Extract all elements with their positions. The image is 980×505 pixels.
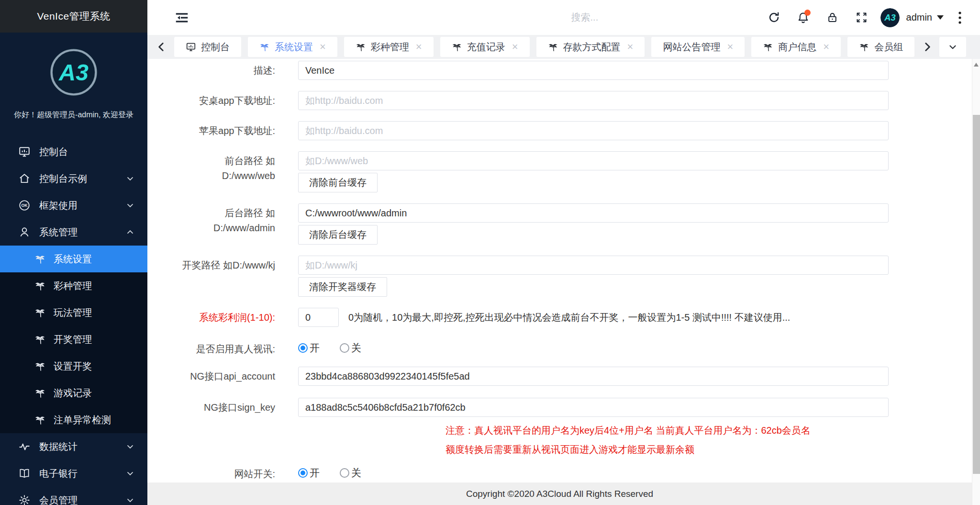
site-switch-off-radio[interactable]: 关 [340, 466, 361, 480]
tabbar: 控制台 系统设置 × 彩种管理 × 充值记录 × 存款方式配置 × 网站公告管理… [147, 35, 980, 59]
tree-icon [356, 42, 366, 52]
refresh-icon[interactable] [768, 11, 780, 24]
sidebar-item-label: 系统设置 [54, 253, 135, 266]
svg-text:A3: A3 [58, 59, 89, 85]
warning-note: 额度转换后需要重新从视讯页面进入游戏才能显示最新余额 [445, 440, 972, 459]
clear-admin-cache-button[interactable]: 清除后台缓存 [298, 225, 378, 245]
lock-icon[interactable] [826, 11, 839, 24]
scrollbar-thumb[interactable] [973, 115, 980, 474]
ok-circle-icon: OK [18, 199, 31, 212]
caret-down-icon [937, 15, 944, 20]
app-title: VenIce管理系统 [0, 0, 147, 33]
form-row: 后台路径 如D:/www/admin 清除后台缓存 [147, 203, 972, 245]
sidebar: VenIce管理系统 A3 你好！超级管理员-admin, 欢迎登录 控制台 控… [0, 0, 147, 505]
sidebar-item-draw-settings[interactable]: 设置开奖 [0, 353, 147, 380]
more-options-icon[interactable] [958, 11, 962, 24]
clear-draw-cache-button[interactable]: 清除开奖器缓存 [298, 277, 387, 297]
field-label: 苹果app下载地址: [172, 121, 275, 140]
tab-deposit-config[interactable]: 存款方式配置 × [536, 37, 645, 57]
tab-system-settings[interactable]: 系统设置 × [248, 37, 337, 57]
tree-icon [452, 42, 462, 52]
radio-checked-icon [298, 468, 308, 478]
clear-front-cache-button[interactable]: 清除前台缓存 [298, 173, 378, 192]
ng-sign-key-input[interactable] [298, 398, 889, 417]
tab-recharge-records[interactable]: 充值记录 × [440, 37, 530, 57]
field-label: NG接口sign_key [172, 398, 275, 417]
collapse-sidebar-icon[interactable] [174, 10, 189, 25]
sidebar-item-statistics[interactable]: 数据统计 [0, 433, 147, 460]
sidebar-item-label: 系统管理 [39, 226, 125, 239]
tree-icon [763, 42, 773, 52]
sidebar-item-draw-admin[interactable]: 开奖管理 [0, 326, 147, 353]
scrollbar-up-arrow-icon[interactable] [974, 63, 979, 67]
sidebar-item-framework[interactable]: OK 框架使用 [0, 192, 147, 219]
sidebar-item-label: 电子银行 [39, 467, 125, 480]
close-icon[interactable]: × [627, 42, 634, 52]
close-icon[interactable]: × [416, 42, 422, 52]
close-icon[interactable]: × [512, 42, 518, 52]
radio-unchecked-icon [340, 343, 349, 353]
dashboard-icon [18, 146, 31, 158]
tab-member-group[interactable]: 会员组 [847, 37, 914, 57]
sidebar-item-abnormal-bet-check[interactable]: 注单异常检测 [0, 406, 147, 433]
field-label: 开奖路径 如D:/www/kj [172, 256, 275, 297]
user-menu[interactable]: admin [906, 12, 944, 23]
tab-merchant-info[interactable]: 商户信息 × [751, 37, 841, 57]
sidebar-item-label: 彩种管理 [54, 280, 135, 292]
tab-label: 系统设置 [275, 41, 313, 54]
tab-label: 充值记录 [467, 41, 505, 54]
chevron-down-icon [125, 442, 135, 451]
description-input[interactable] [298, 61, 889, 80]
greeting-text: 你好！超级管理员-admin, 欢迎登录 [0, 110, 147, 120]
ng-api-account-input[interactable] [298, 367, 889, 386]
sidebar-item-member-admin[interactable]: 会员管理 [0, 487, 147, 505]
app-logo: A3 [0, 47, 147, 98]
search-input[interactable] [571, 12, 691, 23]
radio-unchecked-icon [340, 468, 349, 478]
site-switch-on-radio[interactable]: 开 [298, 466, 320, 480]
tree-icon [548, 42, 558, 52]
field-label: 描述: [172, 61, 275, 80]
form-row: 开奖路径 如D:/www/kj 清除开奖器缓存 [147, 256, 972, 297]
sidebar-item-label: 游戏记录 [54, 387, 135, 400]
form-row: 安桌app下载地址: [147, 91, 972, 110]
sidebar-item-play-admin[interactable]: 玩法管理 [0, 299, 147, 326]
android-app-url-input[interactable] [298, 91, 889, 110]
svg-text:A3: A3 [884, 12, 895, 22]
sidebar-item-ebank[interactable]: 电子银行 [0, 460, 147, 487]
close-icon[interactable]: × [320, 42, 326, 52]
sidebar-item-label: 开奖管理 [54, 333, 135, 346]
tabs-dropdown[interactable] [939, 37, 966, 57]
tab-site-announcement[interactable]: 网站公告管理 × [651, 37, 745, 57]
form-row: 系统彩利润(1-10): 0为随机，10为最大,即控死,控死出现必中情况会造成前… [147, 308, 972, 327]
system-profit-input[interactable] [298, 308, 339, 327]
sidebar-item-game-records[interactable]: 游戏记录 [0, 380, 147, 406]
sidebar-item-console[interactable]: 控制台 [0, 138, 147, 165]
vertical-scrollbar[interactable] [972, 59, 980, 505]
tab-console[interactable]: 控制台 [174, 37, 241, 57]
tabs-scroll-right-icon[interactable] [921, 41, 934, 53]
live-video-off-radio[interactable]: 关 [340, 341, 361, 355]
ios-app-url-input[interactable] [298, 121, 889, 140]
notification-bell-icon[interactable] [797, 11, 810, 24]
sidebar-item-system-admin[interactable]: 系统管理 [0, 219, 147, 246]
admin-path-input[interactable] [298, 203, 889, 223]
field-label: 后台路径 如D:/www/admin [172, 203, 275, 245]
fullscreen-icon[interactable] [855, 11, 868, 24]
close-icon[interactable]: × [823, 42, 829, 52]
form-row: 网站开关: 开 关 [147, 463, 972, 483]
draw-path-input[interactable] [298, 256, 889, 275]
avatar[interactable]: A3 [880, 8, 900, 27]
sidebar-item-lottery-admin[interactable]: 彩种管理 [0, 272, 147, 299]
tree-icon [34, 307, 46, 318]
sidebar-item-system-settings[interactable]: 系统设置 [0, 246, 147, 272]
close-icon[interactable]: × [727, 42, 733, 52]
notification-badge [804, 10, 811, 16]
live-video-on-radio[interactable]: 开 [298, 341, 320, 355]
tree-icon [34, 360, 46, 372]
tabs-scroll-left-icon[interactable] [155, 41, 167, 53]
field-label: 是否启用真人视讯: [172, 339, 275, 357]
sidebar-item-console-demo[interactable]: 控制台示例 [0, 165, 147, 192]
tab-lottery-admin[interactable]: 彩种管理 × [344, 37, 434, 57]
front-path-input[interactable] [298, 151, 889, 170]
